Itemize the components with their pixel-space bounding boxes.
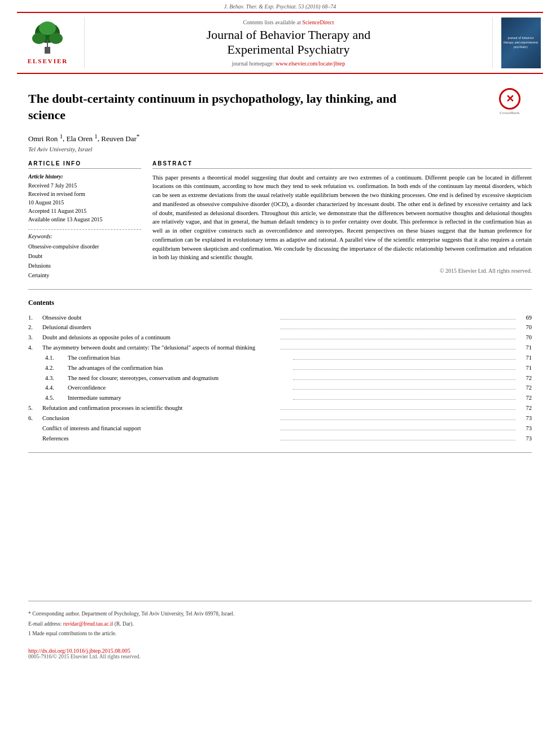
toc-dots-6 [280,420,515,420]
toc-num-4-4: 4.4. [45,383,68,393]
toc-page-references: 73 [518,434,532,444]
toc-item-2: 2. Delusional disorders 70 [28,322,532,333]
toc-dots-4 [280,349,515,350]
footnote-email-suffix: (R. Dar). [115,621,134,627]
keyword-doubt: Doubt [28,251,141,261]
crossmark-badge[interactable]: ✕ CrossMark [499,88,520,115]
doi-link[interactable]: http://dx.doi.org/10.1016/j.jbtep.2015.0… [28,648,130,654]
toc-num-4-3: 4.3. [45,373,68,383]
toc-page-4-3: 72 [518,373,532,383]
toc-page-4: 71 [518,343,532,353]
svg-point-2 [32,33,46,44]
toc-num-5: 5. [28,403,42,413]
bottom-separator [28,452,532,453]
toc-page-4-1: 71 [518,353,532,363]
citation-header: J. Behav. Ther. & Exp. Psychiat. 53 (201… [0,0,560,12]
history-label: Article history: [28,173,141,180]
journal-header: ELSEVIER Contents lists available at Sci… [17,12,543,74]
toc-dots-4-5 [293,399,516,400]
crossmark-icon: ✕ [499,88,520,110]
toc-dots-conflict [280,430,515,430]
footnote-email: E-mail address: ruvidar@freud.tau.ac.il … [28,621,532,628]
journal-cover-image: journal of behavior therapy and experime… [501,18,541,68]
copyright-line: © 2015 Elsevier Ltd. All rights reserved… [152,268,532,274]
homepage-link[interactable]: www.elsevier.com/locate/jbtep [275,60,345,67]
abstract-title: ABSTRACT [152,160,532,169]
elsevier-tree-icon [28,21,67,55]
toc-page-conflict: 73 [518,423,532,434]
toc-item-4-4: 4.4. Overconfidence 72 [28,383,532,393]
footnote-email-label: E-mail address: [28,621,62,627]
journal-title-center: Contents lists available at ScienceDirec… [85,18,492,68]
toc-num-4-5: 4.5. [45,393,68,403]
author-omri-ron: Omri Ron 1 [28,134,63,143]
toc-label-2: Delusional disorders [42,322,278,333]
article-dates: Received 7 July 2015 Received in revised… [28,181,141,224]
footnote-divider [28,601,532,601]
divider-after-abstract [28,289,532,290]
toc-num-2: 2. [28,322,42,333]
affiliation: Tel Aviv University, Israel [28,146,532,152]
toc-num-3: 3. [28,333,42,343]
toc-item-4: 4. The asymmetry between doubt and certa… [28,343,532,353]
article-title: The doubt-certainty continuum in psychop… [28,91,423,123]
toc-dots-references [280,440,515,440]
keyword-delusions: Delusions [28,261,141,270]
toc-page-3: 70 [518,333,532,343]
svg-point-4 [39,21,56,35]
sciencedirect-link[interactable]: ScienceDirect [302,19,334,25]
available-date: Available online 13 August 2015 [28,215,141,224]
toc-label-references: References [42,434,278,444]
toc-dots-3 [280,339,515,339]
toc-dots-1 [280,319,515,320]
main-content: ✕ CrossMark The doubt-certainty continuu… [0,74,560,586]
keywords-section: Keywords: Obsessive-compulsive disorder … [28,229,141,280]
elsevier-logo-area: ELSEVIER [17,18,85,68]
svg-rect-0 [45,47,50,54]
doi-url-line: http://dx.doi.org/10.1016/j.jbtep.2015.0… [28,648,532,654]
toc-num-4: 4. [28,343,42,353]
toc-dots-4-3 [293,379,516,380]
cover-text: journal of behavior therapy and experime… [504,36,539,49]
footnote-section: * Corresponding author. Department of Ps… [0,586,560,645]
toc-label-4-3: The need for closure; stereotypes, conse… [68,373,291,383]
toc-dots-4-2 [293,369,516,370]
toc-label-3: Doubt and delusions as opposite poles of… [42,333,278,343]
toc-page-6: 73 [518,413,532,423]
toc-label-5: Refutation and confirmation processes in… [42,403,278,413]
abstract-text: This paper presents a theoretical model … [152,173,532,263]
doi-section: http://dx.doi.org/10.1016/j.jbtep.2015.0… [0,645,560,665]
toc-page-4-2: 71 [518,363,532,373]
homepage-line: journal homepage: www.elsevier.com/locat… [96,60,481,67]
toc-item-4-5: 4.5. Intermediate summary 72 [28,393,532,403]
sciencedirect-prefix: Contents lists available at [243,19,300,25]
author-ela-oren: Ela Oren 1 [67,134,98,143]
elsevier-text: ELSEVIER [28,58,68,64]
article-info-panel: ARTICLE INFO Article history: Received 7… [28,160,141,280]
toc-page-4-5: 72 [518,393,532,403]
received-revised-label: Received in revised form [28,190,141,198]
journal-cover-area: journal of behavior therapy and experime… [492,18,543,68]
keyword-ocd: Obsessive-compulsive disorder [28,242,141,251]
journal-name: Journal of Behavior Therapy and Experime… [96,28,481,58]
issn-line: 0005-7916/© 2015 Elsevier Ltd. All right… [28,654,532,659]
toc-num-4-2: 4.2. [45,363,68,373]
toc-label-conflict: Conflict of interests and financial supp… [42,423,278,434]
crossmark-label: CrossMark [500,111,520,115]
toc-label-4-4: Overconfidence [68,383,291,393]
revised-date: 10 August 2015 [28,198,141,207]
toc-dots-4-1 [293,359,516,360]
toc-num-4-1: 4.1. [45,353,68,363]
toc-label-1: Obsessive doubt [42,313,278,323]
toc-label-4-2: The advantages of the confirmation bias [68,363,291,373]
toc-label-6: Conclusion [42,413,278,423]
page-body-space [28,462,532,575]
toc-page-4-4: 72 [518,383,532,393]
toc-item-references: References 73 [28,434,532,444]
footnote-corresponding: * Corresponding author. Department of Ps… [28,610,532,618]
toc-page-2: 70 [518,322,532,333]
keywords-label: Keywords: [28,233,141,239]
footnote-email-link[interactable]: ruvidar@freud.tau.ac.il [63,621,113,627]
authors: Omri Ron 1, Ela Oren 1, Reuven Dar* [28,132,532,143]
contents-section: Contents 1. Obsessive doubt 69 2. Delusi… [28,299,532,444]
